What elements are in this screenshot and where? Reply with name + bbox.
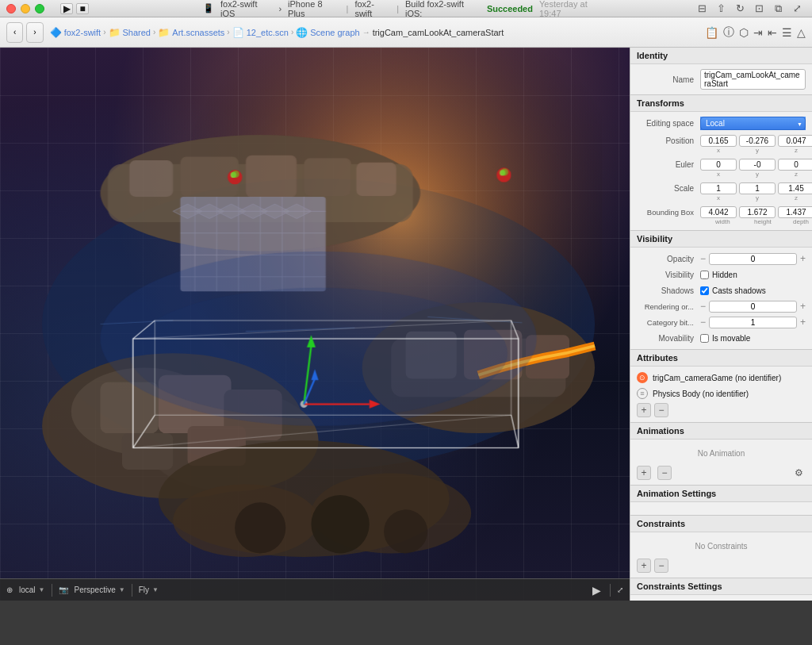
opacity-plus[interactable]: +	[800, 253, 806, 264]
3d-icon[interactable]: ⬡	[739, 26, 749, 39]
anim-controls: + − ⚙	[630, 464, 812, 482]
doc-icon[interactable]: 📋	[705, 26, 718, 39]
euler-x-field: x	[700, 159, 737, 178]
fullscreen-button[interactable]: ⤢	[788, 1, 806, 17]
attr-add-button[interactable]: +	[637, 403, 651, 417]
rendering-input[interactable]	[709, 301, 797, 313]
constraints-remove-button[interactable]: −	[654, 559, 668, 573]
movability-checkbox-row: Is movable	[700, 334, 750, 343]
split-button[interactable]: ⧉	[769, 1, 787, 17]
position-row: Position x y z	[630, 132, 812, 155]
euler-x-input[interactable]	[700, 159, 737, 171]
titlebar-project: fox2-swift	[354, 0, 390, 18]
build-status-badge: Succeeded	[487, 4, 533, 13]
editing-space-label: Editing space	[637, 119, 700, 128]
name-value[interactable]: trigCam_camLookAt_cameraStart	[700, 69, 806, 90]
play-button[interactable]: ▶	[589, 583, 603, 597]
info-icon[interactable]: ⓘ	[723, 25, 734, 40]
breadcrumb-shared[interactable]: Shared	[123, 28, 151, 37]
category-minus[interactable]: −	[700, 317, 706, 328]
scale-y-input[interactable]	[739, 182, 776, 194]
shadows-row: Shadows Casts shadows	[630, 282, 812, 298]
titlebar: ▶ ■ 📱 fox2-swift iOS › iPhone 8 Plus | f…	[0, 0, 812, 17]
rendering-minus[interactable]: −	[700, 301, 706, 312]
movability-checkbox[interactable]	[700, 334, 709, 343]
scale-z-input[interactable]	[778, 182, 812, 194]
animation-settings-header: Animation Settings	[630, 486, 812, 502]
refresh-button[interactable]: ↻	[731, 1, 749, 17]
minimize-button[interactable]	[21, 4, 30, 13]
euler-row: Euler x y z	[630, 155, 812, 179]
gizmo-icon: ⊕	[6, 585, 13, 594]
fly-dropdown[interactable]: Fly ▼	[139, 585, 159, 594]
arrow-in-icon[interactable]: ⇥	[753, 26, 763, 39]
file-icon: 📄	[232, 27, 244, 38]
fullscreen-icon[interactable]: ⤢	[617, 585, 623, 594]
pos-y-field: y	[739, 135, 776, 154]
forward-button[interactable]: ›	[26, 22, 43, 43]
identity-section: Identity Name trigCam_camLookAt_cameraSt…	[630, 48, 812, 95]
position-y-input[interactable]	[739, 135, 776, 147]
visibility-checkbox[interactable]	[700, 271, 709, 279]
breadcrumb-project[interactable]: fox2-swift	[64, 28, 101, 37]
viewport[interactable]: ⊕ local ▼ 📷 Perspective ▼ Fly ▼ ▶ ⤢	[0, 48, 630, 601]
triangle-icon[interactable]: △	[797, 26, 806, 39]
rendering-range-row: − +	[700, 301, 806, 313]
opacity-input[interactable]	[709, 253, 797, 265]
editing-space-select[interactable]: Local	[700, 117, 806, 130]
bounding-box-fields: width height depth	[700, 206, 812, 225]
attr-remove-button[interactable]: −	[654, 403, 668, 417]
identity-header: Identity	[630, 48, 812, 64]
euler-z-input[interactable]	[778, 159, 812, 171]
attr-item-camera[interactable]: ⊙ trigCam_cameraGame (no identifier)	[630, 370, 812, 386]
build-time: Yesterday at 19:47	[539, 0, 609, 18]
maximize-button[interactable]	[35, 4, 44, 13]
arrow-out-icon[interactable]: ⇤	[768, 26, 777, 39]
position-z-input[interactable]	[778, 135, 812, 147]
breadcrumb-scn[interactable]: 12_etc.scn	[247, 28, 289, 37]
anim-remove-button[interactable]: −	[657, 466, 672, 480]
bb-height-field: height	[739, 206, 776, 225]
scale-x-input[interactable]	[700, 182, 737, 194]
window-button[interactable]: ⊡	[750, 1, 768, 17]
identity-body: Name trigCam_camLookAt_cameraStart	[630, 64, 812, 94]
category-plus[interactable]: +	[800, 317, 806, 328]
bb-height-input[interactable]	[739, 206, 776, 218]
scene-svg	[0, 48, 630, 601]
opacity-row: Opacity − +	[630, 251, 812, 267]
breadcrumb-scene[interactable]: Scene graph	[310, 28, 359, 37]
euler-y-input[interactable]	[739, 159, 776, 171]
main-toolbar: ‹ › 🔷 fox2-swift › 📁 Shared › 📁 Art.scna…	[0, 17, 812, 48]
editing-space-dropdown[interactable]: Local	[700, 117, 806, 130]
back-button[interactable]: ‹	[6, 22, 23, 43]
scale-x-label: x	[715, 194, 722, 202]
sidebar-toggle-left[interactable]: ⊟	[693, 1, 710, 17]
scale-z-label: z	[793, 194, 799, 202]
category-input[interactable]	[709, 317, 797, 328]
shadows-checkbox[interactable]	[700, 286, 709, 295]
close-button[interactable]	[6, 4, 16, 13]
bb-width-input[interactable]	[700, 206, 737, 218]
constraints-add-button[interactable]: +	[637, 559, 651, 573]
position-x-input[interactable]	[700, 135, 737, 147]
anim-add-button[interactable]: +	[637, 466, 651, 480]
perspective-dropdown[interactable]: Perspective ▼	[75, 585, 125, 594]
local-dropdown[interactable]: local ▼	[19, 585, 45, 594]
rendering-plus[interactable]: +	[800, 301, 806, 312]
physics-attr-icon: ≡	[637, 388, 648, 399]
constraints-body: No Constraints + −	[630, 532, 812, 578]
run-button[interactable]: ▶	[60, 3, 73, 14]
svg-point-44	[384, 509, 427, 553]
list-icon[interactable]: ☰	[782, 26, 792, 39]
attr-item-physics[interactable]: ≡ Physics Body (no identifier)	[630, 386, 812, 401]
scale-row: Scale x y z	[630, 179, 812, 203]
visibility-checkbox-row: Hidden	[700, 271, 737, 279]
share-button[interactable]: ⇧	[712, 1, 730, 17]
anim-settings-button[interactable]: ⚙	[791, 466, 806, 480]
bb-depth-input[interactable]	[778, 206, 812, 218]
opacity-minus[interactable]: −	[700, 253, 706, 264]
right-panel: Identity Name trigCam_camLookAt_cameraSt…	[630, 48, 812, 601]
stop-button[interactable]: ■	[76, 3, 89, 14]
breadcrumb-art[interactable]: Art.scnassets	[172, 28, 224, 37]
svg-rect-32	[122, 433, 173, 470]
